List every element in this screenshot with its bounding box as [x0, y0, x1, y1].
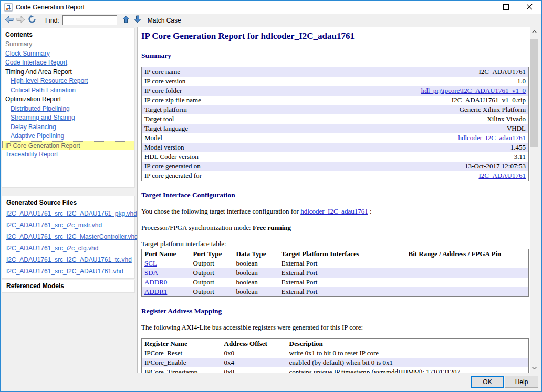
port-table-cell: Outport	[191, 268, 234, 278]
summary-row: Target toolXilinx Vivado	[142, 114, 529, 124]
summary-value: I2C_ADAU1761	[283, 171, 529, 181]
contents-panel: Contents SummaryClock SummaryCode Interf…	[2, 28, 135, 188]
summary-label: HDL Coder version	[142, 152, 283, 162]
port-table-cell: ADDR1	[142, 287, 191, 297]
toc-item-traceability-report[interactable]: Traceability Report	[5, 150, 131, 160]
match-case-toggle[interactable]: Match Case	[148, 17, 181, 24]
code-generation-report-window: Code Generation Report	[0, 0, 542, 392]
source-file-link[interactable]: I2C_ADAU1761_src_i2c_mstr.vhd	[6, 219, 130, 231]
port-table-header: Port Type	[191, 249, 234, 259]
referenced-models-panel: Referenced Models	[2, 280, 135, 293]
summary-value-link[interactable]: I2C_ADAU1761	[478, 172, 526, 179]
help-button[interactable]: Help	[505, 376, 538, 388]
summary-value: 1.0	[283, 77, 529, 86]
summary-value-link[interactable]: hdlcoder_I2C_adau1761	[458, 134, 526, 142]
source-file-link[interactable]: I2C_ADAU1761_src_I2C_ADAU1761_tc.vhd	[6, 254, 130, 266]
summary-row: IP core version1.0	[142, 77, 529, 86]
find-input[interactable]	[62, 15, 117, 25]
port-table-cell: SDA	[142, 268, 191, 278]
toc-item-adaptive-pipelining[interactable]: Adaptive Pipelining	[5, 132, 131, 141]
toc-item-optimization-report: Optimization Report	[5, 95, 131, 104]
toc-item-code-interface-report[interactable]: Code Interface Report	[5, 58, 131, 68]
summary-value-link[interactable]: hdl_prj\ipcore\I2C_ADAU1761_v1_0	[421, 87, 526, 94]
port-table-cell: boolean	[234, 268, 279, 278]
summary-row: IP core generated on13-Oct-2017 12:07:53	[142, 162, 529, 171]
model-link[interactable]: hdlcoder_I2C_adau1761	[300, 207, 368, 215]
toc-item-summary[interactable]: Summary	[5, 40, 131, 49]
summary-value: VHDL	[283, 124, 529, 133]
generated-source-files-title: Generated Source Files	[6, 199, 130, 206]
port-table-cell: boolean	[234, 259, 279, 268]
port-table-cell	[406, 278, 529, 287]
source-file-link[interactable]: I2C_ADAU1761_src_I2C_ADAU1761.vhd	[6, 266, 130, 277]
summary-label: IP core generated on	[142, 162, 283, 171]
port-name-link[interactable]: ADDR1	[144, 288, 167, 295]
sync-mode-label: Processor/FPGA synchronization mode:	[141, 224, 253, 231]
vertical-scrollbar[interactable]	[530, 27, 539, 373]
sync-mode-value: Free running	[253, 224, 291, 231]
port-table-cell: boolean	[234, 278, 279, 287]
summary-label: IP core generated for	[142, 171, 283, 181]
register-table-cell: 0x4	[222, 358, 287, 367]
report-title: IP Core Generation Report for hdlcoder_I…	[141, 31, 530, 41]
toc-item-critical-path-estimation[interactable]: Critical Path Estimation	[5, 86, 131, 96]
maximize-button[interactable]	[494, 1, 518, 14]
port-table-cell: ADDR0	[142, 278, 191, 287]
summary-value: I2C_ADAU1761	[283, 67, 529, 77]
port-table-header: Data Type	[234, 249, 279, 259]
port-table-cell: External Port	[279, 259, 406, 268]
sync-mode-line: Processor/FPGA synchronization mode: Fre…	[141, 224, 530, 232]
summary-value: 3.11	[283, 152, 529, 162]
report-app-icon	[4, 3, 13, 12]
minimize-button[interactable]	[471, 1, 494, 14]
scroll-up-button[interactable]	[530, 27, 539, 36]
source-file-link[interactable]: I2C_ADAU1761_src_I2C_MasterController.vh…	[6, 231, 130, 242]
toc-item-streaming-and-sharing[interactable]: Streaming and Sharing	[5, 113, 131, 123]
back-button[interactable]	[3, 15, 15, 26]
window-title: Code Generation Report	[16, 4, 85, 11]
forward-button[interactable]	[15, 15, 26, 26]
summary-value: 13-Oct-2017 12:07:53	[283, 162, 529, 171]
port-name-link[interactable]: SDA	[144, 269, 158, 277]
register-table: Register NameAddress OffsetDescriptionIP…	[141, 338, 529, 373]
toc-item-clock-summary[interactable]: Clock Summary	[5, 49, 131, 59]
summary-label: Target language	[142, 124, 283, 133]
port-table-cell: External Port	[279, 268, 406, 278]
register-mapping-heading: Register Address Mapping	[141, 307, 530, 315]
toc-item-high-level-resource-report[interactable]: High-level Resource Report	[5, 77, 131, 86]
port-table-cell	[406, 268, 529, 278]
summary-row: Model version1.455	[142, 143, 529, 152]
find-label: Find:	[45, 17, 59, 24]
find-next-button[interactable]	[132, 15, 143, 26]
summary-value: Generic Xilinx Platform	[283, 105, 529, 114]
register-table-cell: IPCore_Reset	[142, 348, 222, 358]
register-table-cell: IPCore_Enable	[142, 358, 222, 367]
scrollbar-thumb[interactable]	[530, 39, 538, 147]
port-name-link[interactable]: SCL	[144, 259, 157, 267]
summary-label: IP core folder	[142, 86, 283, 96]
report-content: IP Core Generation Report for hdlcoder_I…	[138, 27, 530, 373]
summary-value: Xilinx Vivado	[283, 114, 529, 124]
source-file-link[interactable]: I2C_ADAU1761_src_i2c_cfg.vhd	[6, 242, 130, 254]
summary-row: IP core nameI2C_ADAU1761	[142, 67, 529, 77]
register-table-cell: contains unique IP timestamp (yymmddHHMM…	[287, 367, 529, 373]
scroll-down-button[interactable]	[530, 364, 539, 373]
toc-item-ip-core-generation-report[interactable]: IP Core Generation Report	[2, 141, 134, 151]
close-button[interactable]	[518, 1, 541, 14]
summary-row: Modelhdlcoder_I2C_adau1761	[142, 133, 529, 143]
register-table-row: IPCore_Enable0x4enabled (by default) whe…	[142, 358, 529, 367]
refresh-icon	[28, 15, 36, 25]
refresh-button[interactable]	[26, 15, 38, 26]
summary-table: IP core nameI2C_ADAU1761IP core version1…	[141, 67, 529, 181]
toc-item-delay-balancing[interactable]: Delay Balancing	[5, 123, 131, 132]
toc-item-distributed-pipelining[interactable]: Distributed Pipelining	[5, 104, 131, 114]
register-table-cell: IPCore_Timestamp	[142, 367, 222, 373]
summary-heading: Summary	[141, 51, 530, 60]
target-interface-intro: You chose the following target interface…	[141, 207, 530, 216]
summary-row: HDL Coder version3.11	[142, 152, 529, 162]
port-table-cell: External Port	[279, 287, 406, 297]
source-file-link[interactable]: I2C_ADAU1761_src_I2C_ADAU1761_pkg.vhd	[6, 208, 130, 219]
find-previous-button[interactable]	[120, 15, 132, 26]
ok-button[interactable]: OK	[471, 376, 504, 388]
port-name-link[interactable]: ADDR0	[144, 278, 167, 286]
